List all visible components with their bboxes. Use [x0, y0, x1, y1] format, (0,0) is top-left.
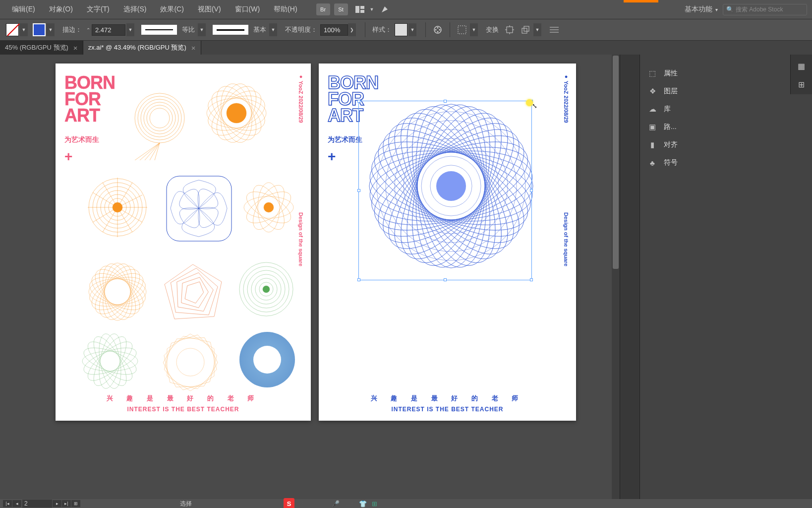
selection-handle[interactable]: [444, 278, 447, 281]
document-tab[interactable]: zx.ai* @ 43.49% (RGB/GPU 预览) ×: [83, 41, 201, 55]
collapse-panels-icon[interactable]: ◂◂: [640, 55, 812, 64]
menu-select[interactable]: 选择(S): [116, 5, 154, 14]
svg-point-4: [437, 27, 439, 29]
svg-marker-73: [165, 264, 222, 319]
stroke-link-icon[interactable]: ⌃: [85, 24, 92, 36]
sogou-icon[interactable]: S: [284, 498, 294, 508]
profile-chevron-icon[interactable]: ▼: [198, 23, 206, 36]
first-artboard-icon[interactable]: |◂: [3, 500, 12, 507]
svg-point-62: [86, 272, 149, 312]
stroke-swatch[interactable]: [33, 23, 46, 36]
fill-swatch[interactable]: [6, 23, 19, 36]
stroke-menu-chevron-icon[interactable]: ▼: [47, 23, 55, 36]
ime-emoji-icon[interactable]: ☺: [320, 500, 327, 508]
arrange-docs-icon[interactable]: [354, 3, 366, 15]
panel-menu-icon[interactable]: [548, 24, 560, 36]
ime-toolbox-icon[interactable]: ⊞: [372, 500, 377, 508]
selection-handle[interactable]: [444, 100, 447, 103]
vertical-scrollbar[interactable]: [612, 55, 620, 499]
selection-handle[interactable]: [530, 278, 533, 281]
stroke-weight-chevron-icon[interactable]: ▼: [126, 23, 134, 36]
svg-point-98: [176, 348, 204, 376]
menu-view[interactable]: 视图(V): [191, 5, 228, 14]
stroke-weight-input[interactable]: [92, 24, 125, 36]
gpu-preview-icon[interactable]: [379, 3, 391, 15]
artboard-number-input[interactable]: 2: [22, 500, 52, 508]
chevron-down-icon[interactable]: ▼: [370, 7, 374, 12]
svg-rect-9: [507, 27, 513, 33]
opacity-input[interactable]: [320, 24, 348, 36]
scrollbar-thumb[interactable]: [613, 56, 619, 269]
transform-button[interactable]: 变换: [486, 25, 499, 34]
close-icon[interactable]: ×: [73, 44, 78, 52]
ime-keyboard-icon[interactable]: ⌨: [345, 500, 354, 508]
menu-window[interactable]: 窗口(W): [228, 5, 267, 14]
panel-properties[interactable]: ⬚ 属性: [640, 64, 812, 82]
panel-pathfinder[interactable]: ▣ 路...: [640, 118, 812, 136]
menu-type[interactable]: 文字(T): [80, 5, 116, 14]
menu-edit[interactable]: 编辑(E): [5, 5, 42, 14]
properties-icon[interactable]: ⊞: [798, 80, 805, 89]
statusbar: |◂ ◂ 2 ▸ ▸| ⊞ 选择: [0, 499, 812, 508]
panel-symbols[interactable]: ♣ 符号: [640, 154, 812, 172]
selection-handle[interactable]: [530, 189, 533, 192]
svg-point-91: [88, 332, 133, 390]
bridge-icon[interactable]: Br: [316, 3, 330, 15]
brush-chevron-icon[interactable]: ▼: [269, 23, 277, 36]
close-icon[interactable]: ×: [191, 44, 196, 52]
recolor-icon[interactable]: [432, 24, 444, 36]
menu-object[interactable]: 对象(O): [42, 5, 80, 14]
panel-label: 符号: [664, 158, 678, 167]
style-chevron-icon[interactable]: ▼: [408, 23, 416, 36]
svg-point-92: [82, 336, 138, 387]
transform-each-icon[interactable]: [520, 24, 531, 36]
workspace-label: 基本功能: [685, 5, 712, 14]
panel-layers[interactable]: ❖ 图层: [640, 82, 812, 100]
stock-icon[interactable]: St: [334, 3, 348, 15]
svg-rect-8: [458, 26, 466, 34]
workspace-switcher[interactable]: 基本功能 ▾: [685, 5, 718, 14]
next-artboard-icon[interactable]: ▸: [53, 500, 61, 507]
svg-point-52: [113, 202, 122, 212]
spiro-green-1: [236, 259, 296, 319]
brush-definition[interactable]: [213, 25, 248, 35]
libraries-icon[interactable]: ▦: [798, 62, 805, 71]
ime-lang[interactable]: 中: [299, 499, 306, 508]
last-artboard-icon[interactable]: ▸|: [62, 500, 71, 507]
menu-help[interactable]: 帮助(H): [267, 5, 304, 14]
ime-skin-icon[interactable]: 👕: [359, 500, 367, 508]
transform-chevron-icon[interactable]: ▼: [533, 23, 541, 36]
svg-point-90: [96, 332, 125, 390]
poster-footer-en: INTEREST IS THE BEST TEACHER: [319, 406, 576, 413]
artboard-2: BORN FOR ART 为艺术而生 + ● YooZ 2022/08/29 D…: [319, 64, 576, 421]
spiro-orange-7: [157, 329, 224, 396]
panel-align[interactable]: ▮ 对齐: [640, 136, 812, 154]
isolate-icon[interactable]: [504, 24, 516, 36]
svg-rect-0: [355, 6, 359, 13]
fill-menu-chevron-icon[interactable]: ▼: [20, 23, 28, 36]
selection-handle[interactable]: [357, 278, 360, 281]
ime-punct[interactable]: °,: [311, 500, 315, 508]
panel-libraries[interactable]: ☁ 库: [640, 100, 812, 118]
svg-point-61: [89, 279, 146, 305]
selection-handle[interactable]: [357, 189, 360, 192]
variable-width-profile[interactable]: [141, 25, 177, 35]
selection-bounding-box[interactable]: [358, 101, 532, 280]
cube-icon: ⬚: [647, 69, 658, 78]
tab-label: zx.ai* @ 43.49% (RGB/GPU 预览): [88, 43, 186, 52]
document-tab[interactable]: 45% (RGB/GPU 预览) ×: [0, 41, 83, 55]
align-to-icon[interactable]: [456, 24, 468, 36]
graphic-style-swatch[interactable]: [395, 23, 407, 36]
controlbar: ▼ ▼ 描边： ⌃ ▼ 等比 ▼ 基本 ▼ 不透明度： ❯ 样式： ▼ ▼ 变换…: [0, 19, 812, 41]
menu-effect[interactable]: 效果(C): [153, 5, 190, 14]
collapsed-panel-strip[interactable]: [620, 55, 639, 499]
search-input[interactable]: 🔍 搜索 Adobe Stock: [723, 4, 807, 15]
opacity-label: 不透明度：: [285, 25, 317, 34]
opacity-chevron-icon[interactable]: ❯: [348, 23, 356, 36]
align-chevron-icon[interactable]: ▼: [470, 23, 478, 36]
ime-mic-icon[interactable]: 🎤: [332, 500, 340, 508]
selection-handle[interactable]: [357, 100, 360, 103]
artboard-nav-icon[interactable]: ⊞: [71, 500, 80, 507]
spiro-green-2: [78, 329, 142, 393]
prev-artboard-icon[interactable]: ◂: [12, 500, 21, 507]
